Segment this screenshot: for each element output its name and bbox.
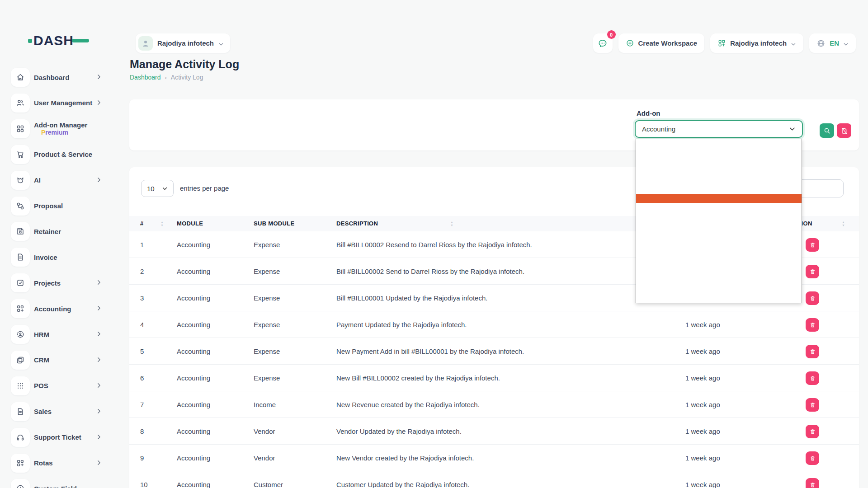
column-header-module[interactable]: MODULE: [177, 216, 203, 231]
filter-search-button[interactable]: [820, 123, 834, 138]
sort-icon[interactable]: ▲▼: [842, 216, 845, 231]
column-header-sub[interactable]: SUB MODULE: [254, 216, 294, 231]
sidebar-item[interactable]: Invoice: [0, 247, 117, 267]
row-date: 1 week ago: [685, 471, 720, 488]
sidebar-item[interactable]: Retainer: [0, 221, 117, 241]
sidebar-item-label: POS: [34, 382, 48, 389]
reset-filter-icon: [840, 127, 848, 135]
breadcrumb-dashboard-link[interactable]: Dashboard: [130, 74, 161, 81]
sidebar-item[interactable]: Dashboard: [0, 67, 117, 87]
row-module: Accounting: [177, 231, 210, 258]
delete-row-button[interactable]: [806, 291, 819, 305]
row-module: Accounting: [177, 258, 210, 285]
app-root: DASH Dashboard User Manage: [0, 0, 868, 488]
row-sub-module: Expense: [254, 338, 280, 365]
messages-button[interactable]: 0: [593, 33, 613, 53]
sidebar-item[interactable]: Proposal: [0, 196, 117, 216]
sidebar-item[interactable]: Sales: [0, 402, 117, 422]
row-module: Accounting: [177, 285, 210, 311]
table-row: 8 Accounting Vendor Vendor Updated by th…: [129, 418, 859, 445]
row-sub-module: Vendor: [254, 418, 275, 445]
company-name: Rajodiya infotech: [730, 39, 787, 47]
row-sub-module: Expense: [254, 365, 280, 391]
sidebar-item[interactable]: HRM: [0, 324, 117, 344]
addon-option[interactable]: [636, 221, 802, 230]
sidebar-item-icon: [11, 376, 30, 395]
addon-option[interactable]: [636, 267, 802, 276]
sidebar-item[interactable]: Custom Field: [0, 479, 117, 488]
column-header-num[interactable]: #: [140, 216, 144, 231]
table-row: 4 Accounting Expense Payment Updated by …: [129, 311, 859, 338]
sort-icon[interactable]: ▲▼: [160, 216, 164, 231]
addon-option[interactable]: [636, 294, 802, 303]
delete-row-button[interactable]: [806, 398, 819, 412]
addon-option[interactable]: [636, 249, 802, 258]
chevron-right-icon: [96, 434, 102, 440]
row-sub-module: Income: [254, 391, 276, 418]
chevron-right-icon: [96, 357, 102, 363]
sidebar-item[interactable]: Add-on Manager Premium: [0, 119, 117, 139]
trash-icon: [809, 268, 816, 275]
row-number: 5: [140, 338, 144, 365]
trash-icon: [809, 295, 816, 302]
addon-option[interactable]: [636, 212, 802, 221]
delete-row-button[interactable]: [806, 265, 819, 278]
row-number: 1: [140, 231, 144, 258]
sidebar-item[interactable]: User Management: [0, 93, 117, 113]
sort-icon[interactable]: ▲▼: [450, 216, 453, 231]
trash-icon: [809, 482, 816, 488]
row-sub-module: Vendor: [254, 445, 275, 471]
workspace-switcher[interactable]: Rajodiya infotech: [136, 33, 230, 53]
delete-row-button[interactable]: [806, 345, 819, 358]
svg-text:DASH: DASH: [33, 33, 74, 48]
trash-icon: [809, 348, 816, 355]
sidebar-item[interactable]: POS: [0, 376, 117, 396]
row-sub-module: Expense: [254, 231, 280, 258]
sidebar-item-label: Accounting: [34, 305, 71, 313]
company-switcher[interactable]: Rajodiya infotech: [710, 33, 803, 53]
sidebar-item[interactable]: Rotas: [0, 453, 117, 473]
delete-row-button[interactable]: [806, 238, 819, 252]
addon-option[interactable]: [636, 203, 802, 212]
addon-option[interactable]: [636, 230, 802, 239]
addon-option[interactable]: [636, 258, 802, 267]
sidebar-item[interactable]: AI: [0, 170, 117, 190]
sidebar-item[interactable]: Projects: [0, 273, 117, 293]
addon-option[interactable]: [636, 148, 802, 157]
column-header-desc[interactable]: DESCRIPTION: [336, 216, 378, 231]
sidebar-item[interactable]: CRM: [0, 350, 117, 370]
addon-select[interactable]: Accounting: [635, 120, 803, 138]
row-number: 4: [140, 311, 144, 338]
sidebar-item-icon: [11, 145, 30, 164]
addon-option[interactable]: [636, 276, 802, 285]
sidebar-item-label: Dashboard: [34, 74, 69, 81]
addon-option[interactable]: [636, 185, 802, 194]
addon-option[interactable]: [636, 239, 802, 249]
delete-row-button[interactable]: [806, 478, 819, 488]
delete-row-button[interactable]: [806, 318, 819, 332]
filter-reset-button[interactable]: [837, 123, 851, 138]
row-date: 1 week ago: [685, 311, 720, 338]
addon-option[interactable]: [636, 157, 802, 166]
create-workspace-button[interactable]: Create Workspace: [618, 33, 705, 53]
addon-option[interactable]: [636, 176, 802, 185]
language-selector[interactable]: EN: [809, 33, 856, 53]
row-module: Accounting: [177, 365, 210, 391]
brand-logo: DASH: [28, 30, 91, 51]
addon-option[interactable]: [636, 285, 802, 294]
delete-row-button[interactable]: [806, 451, 819, 465]
addon-option[interactable]: [636, 194, 802, 203]
sidebar-item[interactable]: Product & Service: [0, 145, 117, 164]
delete-row-button[interactable]: [806, 371, 819, 385]
row-description: Vendor Updated by the Rajodiya infotech.: [336, 418, 462, 445]
addon-option[interactable]: [636, 139, 802, 148]
create-workspace-label: Create Workspace: [638, 39, 698, 47]
row-description: Payment Updated by the Rajodiya infotech…: [336, 311, 467, 338]
addon-option[interactable]: [636, 167, 802, 176]
row-description: Customer Updated by the Rajodiya infotec…: [336, 471, 469, 488]
sidebar-item[interactable]: Accounting: [0, 299, 117, 319]
sidebar-item[interactable]: Support Ticket: [0, 427, 117, 447]
delete-row-button[interactable]: [806, 425, 819, 438]
entries-per-page-select[interactable]: 10: [141, 180, 174, 197]
row-sub-module: Customer: [254, 471, 283, 488]
